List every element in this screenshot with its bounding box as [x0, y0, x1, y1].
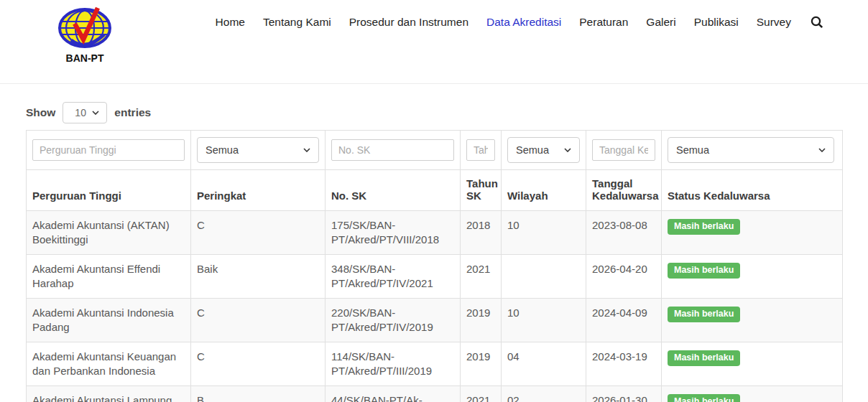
cell-peringkat: C — [191, 211, 326, 255]
show-entries-control: Show 10 entries — [26, 102, 842, 123]
nav-item-tentang-kami[interactable]: Tentang Kami — [263, 16, 331, 29]
column-header-perguruan-tinggi[interactable]: Perguruan Tinggi — [27, 170, 191, 211]
cell-tanggal-kedaluwarsa: 2026-01-30 — [586, 385, 662, 402]
filter-peringkat-value: Semua — [206, 144, 239, 156]
cell-wilayah: 02 — [502, 385, 586, 402]
cell-perguruan-tinggi: Akademi Akuntansi Indonesia Padang — [27, 298, 191, 342]
site-header: BAN-PT Home Tentang Kami Prosedur dan In… — [0, 0, 868, 84]
cell-tanggal-kedaluwarsa: 2026-04-20 — [586, 254, 662, 298]
filter-peringkat-select[interactable]: Semua — [197, 137, 319, 163]
filter-status-select[interactable]: Semua — [668, 137, 834, 163]
cell-tahun-sk: 2021 — [461, 385, 502, 402]
nav-item-peraturan[interactable]: Peraturan — [579, 16, 628, 29]
cell-tahun-sk: 2021 — [461, 254, 502, 298]
cell-tanggal-kedaluwarsa: 2023-08-08 — [586, 211, 662, 255]
cell-status: Masih berlaku — [662, 211, 843, 255]
column-header-peringkat[interactable]: Peringkat — [191, 170, 326, 211]
banpt-logo-icon: BAN-PT — [57, 4, 113, 66]
page-size-value: 10 — [75, 107, 86, 118]
column-header-no-sk[interactable]: No. SK — [326, 170, 461, 211]
cell-perguruan-tinggi: Akademi Akuntansi Keuangan dan Perbankan… — [27, 342, 191, 385]
cell-wilayah: 10 — [502, 211, 586, 255]
cell-wilayah — [502, 254, 586, 298]
cell-status: Masih berlaku — [662, 385, 843, 402]
table-row: Akademi Akuntansi (AKTAN) Boekittinggi C… — [27, 211, 843, 255]
cell-status: Masih berlaku — [662, 342, 843, 385]
cell-status: Masih berlaku — [662, 298, 843, 342]
entries-label: entries — [114, 106, 151, 119]
cell-perguruan-tinggi: Akademi Akuntansi Effendi Harahap — [27, 254, 191, 298]
banpt-logo[interactable]: BAN-PT — [56, 4, 114, 69]
filter-wilayah-value: Semua — [516, 144, 549, 156]
cell-tahun-sk: 2019 — [461, 342, 502, 385]
show-label: Show — [26, 106, 55, 119]
page-size-select[interactable]: 10 — [63, 102, 107, 123]
column-header-status-kedaluwarsa[interactable]: Status Kedaluwarsa — [662, 170, 843, 211]
table-row: Akademi Akuntansi Indonesia Padang C 220… — [27, 298, 843, 342]
cell-tahun-sk: 2018 — [461, 211, 502, 255]
nav-item-data-akreditasi[interactable]: Data Akreditasi — [486, 16, 561, 29]
nav-item-home[interactable]: Home — [216, 16, 245, 29]
chevron-down-icon — [92, 111, 99, 115]
cell-status: Masih berlaku — [662, 254, 843, 298]
table-row: Akademi Akuntansi Lampung B 44/SK/BAN-PT… — [27, 385, 843, 402]
cell-no-sk: 220/SK/BAN-PT/Akred/PT/IV/2019 — [326, 298, 461, 342]
cell-no-sk: 348/SK/BAN-PT/Akred/PT/IV/2021 — [326, 254, 461, 298]
table-row: Akademi Akuntansi Keuangan dan Perbankan… — [27, 342, 843, 385]
filter-perguruan-tinggi-input[interactable] — [32, 139, 185, 161]
chevron-down-icon — [818, 148, 826, 152]
cell-perguruan-tinggi: Akademi Akuntansi (AKTAN) Boekittinggi — [27, 211, 191, 255]
filter-row: Semua Semua — [27, 131, 843, 170]
cell-peringkat: C — [191, 298, 326, 342]
cell-peringkat: B — [191, 385, 326, 402]
column-header-tanggal-kedaluwarsa[interactable]: Tanggal Kedaluwarsa — [586, 170, 662, 211]
main-content: Show 10 entries Semua — [0, 102, 868, 402]
column-header-wilayah[interactable]: Wilayah — [502, 170, 586, 211]
status-badge: Masih berlaku — [668, 263, 740, 279]
nav-item-publikasi[interactable]: Publikasi — [694, 16, 739, 29]
nav-item-galeri[interactable]: Galeri — [646, 16, 675, 29]
cell-perguruan-tinggi: Akademi Akuntansi Lampung — [27, 385, 191, 402]
filter-no-sk-input[interactable] — [331, 139, 454, 161]
nav-item-prosedur-dan-instrumen[interactable]: Prosedur dan Instrumen — [349, 16, 468, 29]
table-row: Akademi Akuntansi Effendi Harahap Baik 3… — [27, 254, 843, 298]
status-badge: Masih berlaku — [668, 350, 740, 366]
search-icon[interactable] — [811, 16, 823, 29]
filter-status-value: Semua — [676, 144, 709, 156]
main-nav: Home Tentang Kami Prosedur dan Instrumen… — [216, 16, 823, 29]
cell-wilayah: 10 — [502, 298, 586, 342]
chevron-down-icon — [564, 148, 571, 152]
status-badge: Masih berlaku — [668, 394, 740, 402]
header-row: Perguruan Tinggi Peringkat No. SK Tahun … — [27, 170, 843, 211]
filter-tanggal-kedaluwarsa-input[interactable] — [592, 139, 655, 161]
cell-no-sk: 175/SK/BAN-PT/Akred/PT/VIII/2018 — [326, 211, 461, 255]
status-badge: Masih berlaku — [668, 219, 740, 235]
cell-tahun-sk: 2019 — [461, 298, 502, 342]
column-header-tahun-sk[interactable]: Tahun SK — [461, 170, 502, 211]
nav-item-survey[interactable]: Survey — [757, 16, 791, 29]
filter-tahun-sk-input[interactable] — [466, 139, 495, 161]
cell-no-sk: 114/SK/BAN-PT/Akred/PT/III/2019 — [326, 342, 461, 385]
cell-peringkat: C — [191, 342, 326, 385]
cell-tanggal-kedaluwarsa: 2024-03-19 — [586, 342, 662, 385]
cell-peringkat: Baik — [191, 254, 326, 298]
status-badge: Masih berlaku — [668, 307, 740, 322]
chevron-down-icon — [303, 148, 310, 152]
cell-tanggal-kedaluwarsa: 2024-04-09 — [586, 298, 662, 342]
filter-wilayah-select[interactable]: Semua — [507, 137, 580, 163]
svg-text:BAN-PT: BAN-PT — [66, 52, 104, 64]
cell-no-sk: 44/SK/BAN-PT/Ak-PPJ/PT/II/2021 — [326, 385, 461, 402]
accreditation-table: Semua Semua — [26, 130, 843, 402]
cell-wilayah: 04 — [502, 342, 586, 385]
